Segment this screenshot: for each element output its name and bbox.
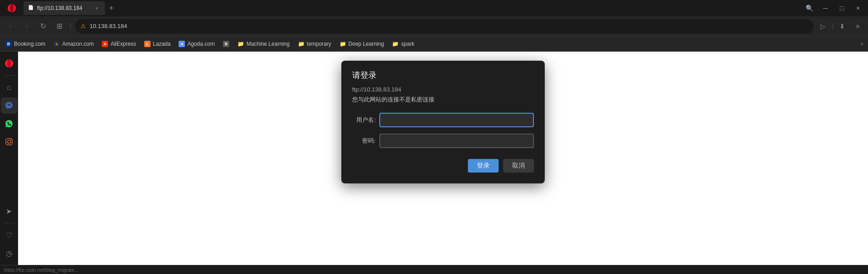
login-button[interactable]: 登录 [468,159,499,173]
grid-button[interactable]: ⊞ [52,19,66,33]
separator: | [70,22,71,30]
opera-logo[interactable] [4,0,20,16]
bookmarks-more-button[interactable]: » [858,39,866,48]
bookmark-label: Deep Learning [349,41,384,47]
download-button[interactable]: ⬇ [835,19,849,33]
sidebar-divider [4,75,14,76]
login-modal: 请登录 ftp://10.138.83.184 您与此网站的连接不是私密连接 用… [341,61,545,183]
close-button[interactable]: × [852,2,864,14]
bookmarks-bar: B Booking.com a Amazon.com A AliExpress … [0,36,868,52]
new-tab-button[interactable]: + [105,2,118,14]
tab-title: ftp://10.138.83.184 [37,5,90,11]
status-text: https://ftp.csdn.net/blog_migrate... [4,267,79,273]
bookmark-label: Booking.com [14,41,45,47]
tab-strip: 📄 ftp://10.138.83.184 × + [24,0,801,16]
address-bar-right: ▷ | ⬇ ≡ [816,19,864,33]
play-button[interactable]: ▷ [816,19,830,33]
bookmark-icon: A [102,41,108,47]
bookmark-lazada[interactable]: L Lazada [141,39,174,48]
bookmark-amazon[interactable]: a Amazon.com [50,39,97,48]
status-bar: https://ftp.csdn.net/blog_migrate... [0,265,868,274]
username-input[interactable] [379,113,534,127]
bookmark-icon: B [5,41,12,47]
modal-title: 请登录 [352,70,534,81]
svg-point-6 [7,140,10,144]
folder-icon: 📁 [298,41,305,47]
bookmark-deep-learning[interactable]: 📁 Deep Learning [336,39,388,48]
minimize-button[interactable]: ─ [819,2,832,14]
address-input-wrap[interactable]: ⚠ 10.138.83.184 [75,19,814,34]
modal-url: ftp://10.138.83.184 [352,86,534,93]
sidebar-item-instagram[interactable] [1,134,17,150]
cancel-button[interactable]: 取消 [503,159,534,173]
bookmark-icon: a [53,41,60,47]
bookmark-label: AliExpress [110,41,136,47]
bookmark-machine-learning[interactable]: 📁 Machine Learning [234,39,293,48]
svg-point-1 [10,4,14,12]
sidebar: ⌂ [0,52,18,265]
back-button[interactable]: ‹ [4,19,17,33]
svg-point-7 [10,139,11,140]
bookmark-label: Machine Learning [246,41,289,47]
sidebar-item-home[interactable]: ⌂ [1,79,17,96]
window-controls: 🔍 ─ □ × [803,2,864,14]
password-row: 密码: [352,134,534,148]
title-bar: 📄 ftp://10.138.83.184 × + 🔍 ─ □ × [0,0,868,16]
sidebar-item-messenger[interactable] [1,97,17,114]
bookmark-aliexpress[interactable]: A AliExpress [98,39,140,48]
forward-button[interactable]: › [20,19,33,33]
username-row: 用户名: [352,113,534,127]
modal-buttons: 登录 取消 [352,159,534,173]
sidebar-divider-2 [4,223,14,223]
modal-notice: 您与此网站的连接不是私密连接 [352,96,534,104]
addr-separator: | [832,22,834,30]
bookmark-label: Lazada [153,41,170,47]
bookmark-label: Amazon.com [62,41,94,47]
page-content: 请登录 ftp://10.138.83.184 您与此网站的连接不是私密连接 用… [18,52,868,265]
username-label: 用户名: [352,116,376,124]
bookmark-spark[interactable]: 📁 spark [388,39,418,48]
refresh-button[interactable]: ↻ [36,19,50,33]
maximize-button[interactable]: □ [835,2,848,14]
sidebar-item-whatsapp[interactable] [1,115,17,132]
tab-favicon: 📄 [28,5,34,11]
tab-close-button[interactable]: × [93,5,100,12]
modal-overlay: 请登录 ftp://10.138.83.184 您与此网站的连接不是私密连接 用… [18,52,868,265]
bookmark-label: Agoda.com [187,41,215,47]
password-label: 密码: [352,137,376,145]
folder-icon: 📁 [237,41,244,47]
bookmark-temporary[interactable]: 📁 temporary [294,39,335,48]
main-area: ⌂ [0,52,868,265]
folder-icon: 📁 [392,41,399,47]
sidebar-item-send[interactable]: ➤ [1,203,17,219]
password-input[interactable] [379,134,534,148]
bookmark-icon: L [144,41,151,47]
bookmark-booking[interactable]: B Booking.com [2,39,49,48]
browser-window: 📄 ftp://10.138.83.184 × + 🔍 ─ □ × ‹ › ↻ … [0,0,868,274]
svg-point-4 [7,59,11,67]
sidebar-item-opera[interactable] [1,55,17,72]
menu-button[interactable]: ≡ [851,19,864,33]
sidebar-item-history[interactable]: ◷ [1,245,17,261]
warning-icon: ⚠ [80,23,86,29]
sidebar-item-favorites[interactable]: ♡ [1,227,17,243]
bookmark-icon: A [179,41,185,47]
folder-icon: 📁 [340,41,346,47]
active-tab[interactable]: 📄 ftp://10.138.83.184 × [24,1,105,15]
bookmark-label: spark [401,41,414,47]
bookmark-misc[interactable]: B [219,39,233,48]
search-icon[interactable]: 🔍 [803,2,816,14]
bookmark-icon: B [223,41,229,47]
address-bar: ‹ › ↻ ⊞ | ⚠ 10.138.83.184 ▷ | ⬇ ≡ [0,16,868,36]
bookmark-label: temporary [307,41,331,47]
bookmark-agoda[interactable]: A Agoda.com [175,39,218,48]
address-text: 10.138.83.184 [90,23,808,29]
